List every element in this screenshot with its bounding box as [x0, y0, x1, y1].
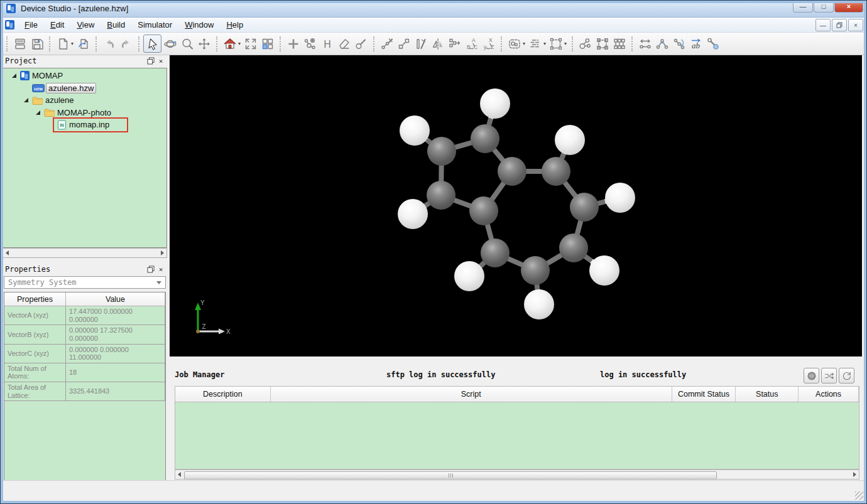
measure-dihedral-icon[interactable] — [670, 35, 687, 52]
zoom-view-icon[interactable] — [178, 35, 195, 52]
fit-view-icon[interactable] — [242, 35, 259, 52]
resize-grip-icon[interactable] — [855, 491, 863, 500]
atom-H-11[interactable] — [400, 115, 430, 146]
menu-build[interactable]: Build — [101, 18, 131, 31]
vector-ab-icon[interactable]: ab — [687, 35, 704, 52]
job-hscrollbar[interactable] — [175, 469, 859, 480]
title-bar[interactable]: Device Studio - [azulene.hzw] — □ × — [0, 0, 867, 18]
job-table-body[interactable] — [175, 402, 859, 469]
job-column-script[interactable]: Script — [271, 387, 672, 402]
property-category-select[interactable]: Symmetry System — [4, 276, 166, 289]
maximize-button[interactable]: □ — [814, 0, 834, 13]
atom-C-9[interactable] — [481, 239, 510, 267]
atom-H-10[interactable] — [480, 88, 510, 119]
atom-H-14[interactable] — [605, 183, 635, 213]
atom-C-3[interactable] — [498, 157, 526, 186]
job-column-commit-status[interactable]: Commit Status — [672, 387, 736, 402]
edit-structure-icon[interactable] — [412, 35, 429, 52]
float-panel-icon[interactable] — [146, 265, 156, 274]
atom-H-17[interactable] — [454, 261, 484, 291]
probe-icon[interactable] — [352, 35, 369, 52]
mirror-icon[interactable] — [429, 35, 446, 52]
replace-element-icon[interactable]: BCA — [463, 35, 480, 52]
transform-coordinates-icon[interactable]: yZX — [480, 35, 497, 52]
scroll-left-icon[interactable] — [178, 472, 181, 477]
build-cluster-icon[interactable] — [577, 35, 594, 52]
select-box-icon[interactable] — [547, 35, 564, 52]
menu-file[interactable]: File — [18, 18, 44, 31]
refresh-button[interactable] — [839, 368, 854, 383]
select-ellipse-dropdown-icon[interactable]: ▾ — [523, 41, 525, 46]
erase-icon[interactable] — [335, 35, 352, 52]
rotate-view-icon[interactable] — [161, 35, 178, 52]
atom-C-2[interactable] — [427, 181, 455, 210]
menu-window[interactable]: Window — [178, 18, 220, 31]
menu-help[interactable]: Help — [220, 18, 249, 31]
atom-H-13[interactable] — [555, 125, 585, 155]
print-icon[interactable] — [11, 35, 28, 52]
atom-H-15[interactable] — [589, 255, 619, 286]
scrollbar-thumb[interactable] — [184, 471, 717, 480]
tree-item-momap-photo[interactable]: MOMAP-photo — [3, 107, 166, 119]
settings-button[interactable] — [804, 368, 819, 383]
atom-C-5[interactable] — [542, 157, 570, 186]
add-atom-icon[interactable] — [285, 35, 302, 52]
menu-simulator[interactable]: Simulator — [131, 18, 178, 31]
mdi-minimize-button[interactable]: — — [815, 19, 831, 31]
atom-H-12[interactable] — [398, 199, 428, 229]
tile-windows-icon[interactable] — [259, 35, 276, 52]
menu-edit[interactable]: Edit — [44, 18, 70, 31]
undo-icon[interactable] — [101, 35, 117, 52]
atom-C-4[interactable] — [469, 196, 498, 225]
expand-arrow-icon[interactable] — [21, 98, 30, 102]
add-hydrogen-icon[interactable]: H — [319, 35, 335, 52]
select-box-dropdown-icon[interactable]: ▾ — [564, 41, 567, 46]
tree-item-azulene-hzw[interactable]: HZWazulene.hzw — [3, 82, 166, 95]
align-icon[interactable] — [526, 35, 543, 52]
expand-arrow-icon[interactable] — [9, 73, 18, 78]
select-ellipse-icon[interactable] — [506, 35, 523, 52]
redo-icon[interactable] — [117, 35, 134, 52]
tree-item-momap[interactable]: MOMAP — [3, 70, 166, 82]
atom-H-16[interactable] — [524, 289, 554, 319]
mdi-close-button[interactable]: × — [848, 19, 863, 31]
measure-angle-icon[interactable] — [653, 35, 670, 52]
pan-view-icon[interactable] — [195, 35, 212, 52]
scroll-right-icon[interactable] — [853, 472, 856, 477]
atom-C-6[interactable] — [570, 193, 599, 222]
home-view-icon[interactable] — [221, 35, 238, 52]
scroll-left-icon[interactable] — [6, 250, 9, 255]
menu-view[interactable]: View — [70, 18, 101, 31]
tree-item-azulene[interactable]: azulene — [3, 94, 166, 107]
minimize-button[interactable]: — — [793, 0, 813, 13]
close-panel-icon[interactable]: × — [156, 56, 166, 65]
mdi-restore-button[interactable] — [832, 19, 847, 31]
draw-bond-icon[interactable] — [378, 35, 395, 52]
measure-distance-icon[interactable] — [636, 35, 653, 52]
new-file-dropdown-icon[interactable]: ▾ — [71, 41, 74, 46]
home-view-dropdown-icon[interactable]: ▾ — [238, 41, 241, 46]
job-column-description[interactable]: Description — [175, 387, 271, 402]
build-supercell-icon[interactable] — [594, 35, 611, 52]
expand-arrow-icon[interactable] — [33, 110, 42, 115]
measure-bond-icon[interactable] — [704, 35, 721, 52]
move-atom-icon[interactable] — [395, 35, 412, 52]
close-button[interactable]: × — [834, 0, 863, 13]
import-icon[interactable] — [75, 35, 92, 52]
project-hscrollbar[interactable] — [3, 248, 167, 258]
job-column-status[interactable]: Status — [736, 387, 799, 402]
align-dropdown-icon[interactable]: ▾ — [543, 41, 546, 46]
new-file-icon[interactable] — [54, 35, 71, 52]
atom-C-7[interactable] — [559, 233, 588, 262]
build-lattice-icon[interactable] — [611, 35, 628, 52]
add-fragment-icon[interactable] — [302, 35, 319, 52]
atom-C-0[interactable] — [471, 124, 499, 153]
viewport-canvas[interactable]: Y X Z — [170, 55, 862, 357]
transfer-button[interactable] — [821, 368, 837, 383]
close-panel-icon[interactable]: × — [156, 265, 166, 274]
atom-C-8[interactable] — [521, 256, 550, 285]
atom-C-1[interactable] — [427, 137, 456, 166]
save-icon[interactable] — [28, 35, 45, 52]
move-fragment-icon[interactable] — [446, 35, 463, 52]
float-panel-icon[interactable] — [146, 56, 156, 65]
